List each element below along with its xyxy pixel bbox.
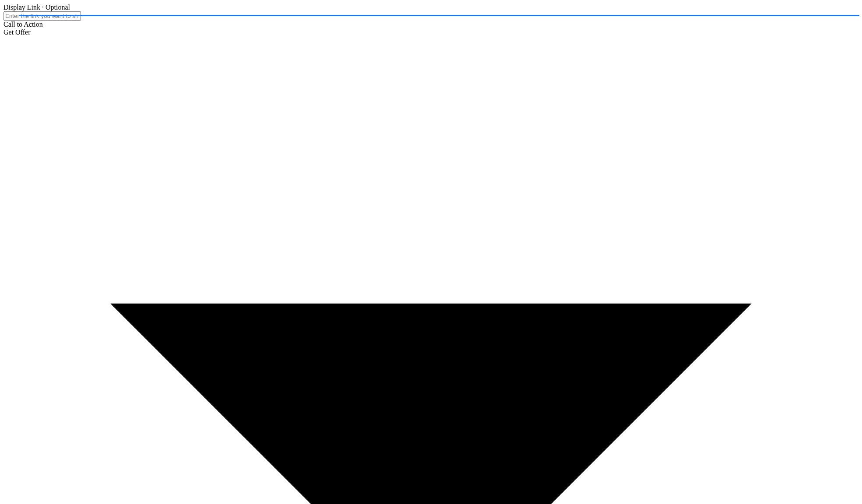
call-to-action-select[interactable]: Get Offer — [4, 28, 858, 504]
ad-setup-form: Display Link · Optional Call to Action G… — [4, 4, 858, 504]
display-link-label: Display Link · Optional — [4, 4, 858, 11]
call-to-action-label: Call to Action — [4, 21, 858, 28]
cta-selected-value: Get Offer — [4, 28, 30, 36]
